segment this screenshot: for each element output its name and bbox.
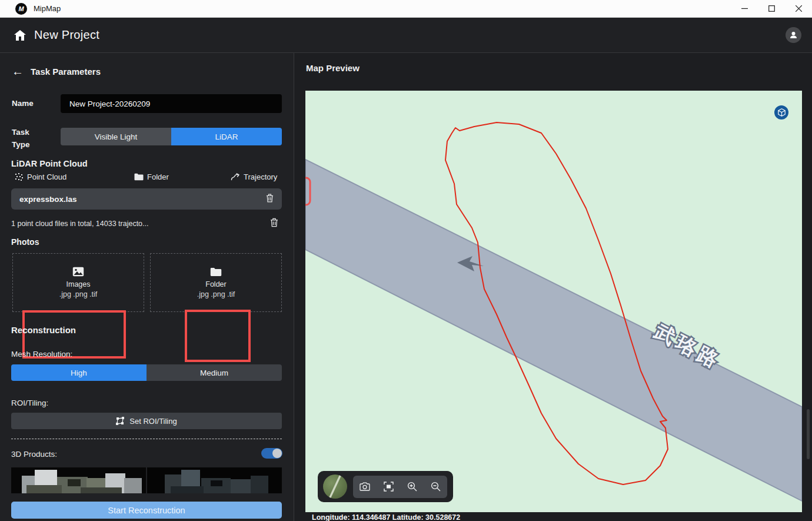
point-cloud-file-row[interactable]: expressbox.las [11,188,282,210]
window-controls [731,0,812,17]
source-tabs: Point Cloud Folder Trajectory [0,172,294,183]
tab-folder[interactable]: Folder [134,172,169,181]
project-name-input[interactable] [61,94,282,113]
photos-title: Photos [11,237,39,247]
section-title: Task Parameters [31,67,101,77]
start-reconstruction-button[interactable]: Start Reconstruction [11,502,282,519]
map-preview-title: Map Preview [306,63,360,73]
zoom-out-button[interactable] [428,479,443,495]
file-name: expressbox.las [19,195,77,204]
lidar-section-title: LiDAR Point Cloud [11,159,88,168]
fit-extent-button[interactable] [381,479,396,495]
mesh-resolution-label: Mesh Resolution: [11,350,72,359]
file-summary-row: 1 point cloud files in total, 14033 traj… [11,218,282,229]
basemap-layer-button[interactable] [323,474,347,499]
mesh-resolution-segmented: High Medium [11,364,282,381]
tab-trajectory[interactable]: Trajectory [231,172,277,181]
screenshot-button[interactable] [357,479,372,495]
task-type-segmented: Visible Light LiDAR [61,128,282,145]
cube-icon [778,108,786,117]
upload-folder-formats: .jpg .png .tif [197,290,235,298]
camera-icon [360,482,370,491]
folder-icon [134,173,144,181]
roi-tiling-label: ROI/Tiling: [11,399,48,407]
product-preview-mesh [11,467,146,493]
page-title: New Project [34,28,99,42]
upload-folder-label: Folder [205,280,226,288]
task-type-option-visible-light[interactable]: Visible Light [61,128,171,145]
products-label: 3D Products: [11,450,57,459]
trajectory-icon [231,173,240,181]
user-avatar-button[interactable] [786,27,801,43]
section-divider [11,439,282,439]
map-3d-view-button[interactable] [774,105,788,120]
fit-extent-icon [384,482,394,492]
map-toolbar [318,471,453,502]
folder-upload-icon [210,267,222,277]
app-title: MipMap [34,4,61,13]
mesh-option-medium[interactable]: Medium [147,364,282,381]
upload-folder-box[interactable]: Folder .jpg .png .tif [150,253,282,312]
mesh-option-high[interactable]: High [11,364,147,381]
scrollbar-thumb[interactable] [807,409,810,459]
reconstruction-title: Reconstruction [11,325,76,335]
task-parameters-panel: ← Task Parameters Name Task Type Visible… [0,53,294,521]
products-toggle[interactable] [261,448,282,459]
tab-point-cloud[interactable]: Point Cloud [15,172,66,181]
person-icon [789,31,798,39]
set-roi-tiling-button[interactable]: Set ROI/Tiling [11,413,282,429]
titlebar: M MipMap [0,0,812,18]
upload-images-formats: .jpg .png .tif [59,290,98,298]
minimize-button[interactable] [731,0,758,17]
name-label: Name [12,99,34,108]
file-summary-text: 1 point cloud files in total, 14033 traj… [11,220,148,228]
images-icon [72,267,84,277]
upload-images-label: Images [66,280,91,288]
zoom-in-icon [407,482,417,492]
delete-file-icon[interactable] [266,194,274,205]
home-button[interactable] [13,28,27,42]
coordinates-status: Longitude: 114.346487 Latitude: 30.52867… [312,513,460,521]
task-type-label: Task Type [12,126,40,151]
back-button[interactable]: ← [12,65,24,78]
annotation-highlight-folder [185,310,251,362]
delete-all-icon[interactable] [270,218,278,230]
point-cloud-icon [15,172,24,181]
map-tools [353,476,447,498]
app-header: New Project [0,18,812,53]
roi-polygon-icon [116,417,125,425]
task-type-option-lidar[interactable]: LiDAR [171,128,282,145]
zoom-in-button[interactable] [404,479,420,495]
product-preview-pointcloud [147,467,282,493]
map-preview-panel: Map Preview 武珞路 [294,53,812,521]
zoom-out-icon [431,482,441,492]
upload-images-box[interactable]: Images .jpg .png .tif [12,253,144,312]
maximize-button[interactable] [758,0,785,17]
close-button[interactable] [785,0,812,17]
app-logo-icon: M [15,3,27,15]
map-canvas[interactable]: 武珞路 [305,91,802,512]
